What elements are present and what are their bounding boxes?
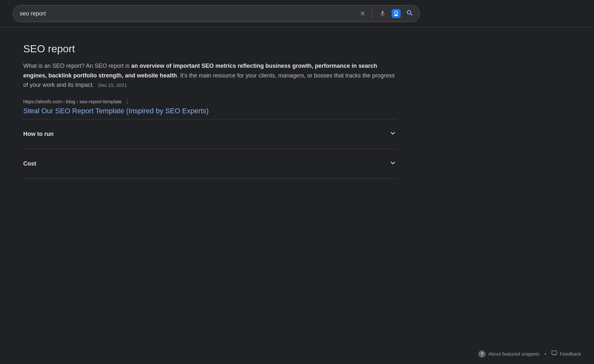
- feedback-button[interactable]: Feedback: [551, 350, 581, 358]
- lens-icon[interactable]: [392, 9, 401, 18]
- expandable-row-how-to-run[interactable]: How to run: [23, 123, 396, 145]
- snippet-body: What is an SEO report? An SEO report is …: [23, 61, 396, 90]
- search-input[interactable]: [20, 10, 360, 17]
- search-submit-icon[interactable]: [406, 9, 413, 18]
- svg-rect-1: [392, 9, 401, 18]
- snippet-date: Dec 15, 2021: [98, 82, 127, 88]
- snippet-title: SEO report: [23, 43, 396, 55]
- snippet-link[interactable]: Steal Our SEO Report Template (Inspired …: [23, 107, 396, 115]
- more-options-icon[interactable]: ⋮: [124, 98, 130, 105]
- expandable-row-cost[interactable]: Cost: [23, 153, 396, 175]
- svg-rect-3: [394, 15, 398, 15]
- main-content: SEO report What is an SEO report? An SEO…: [0, 27, 420, 179]
- chevron-down-icon-cost: [389, 159, 396, 168]
- svg-rect-4: [395, 15, 397, 16]
- svg-point-0: [382, 12, 383, 13]
- svg-rect-5: [552, 351, 557, 354]
- about-featured-snippets-button[interactable]: ? About featured snippets: [478, 350, 539, 358]
- clear-icon[interactable]: ✕: [360, 10, 365, 17]
- mic-icon[interactable]: [379, 10, 386, 17]
- footer-dot-separator: •: [545, 351, 546, 357]
- feedback-icon: [551, 350, 557, 358]
- question-icon: ?: [478, 350, 486, 358]
- expandable-label-cost: Cost: [23, 160, 36, 167]
- source-url: https://ahrefs.com › blog › seo-report-t…: [23, 99, 122, 104]
- search-icon-group: ✕: [360, 9, 413, 18]
- footer-bar: ? About featured snippets • Feedback: [0, 344, 594, 364]
- source-url-row: https://ahrefs.com › blog › seo-report-t…: [23, 98, 396, 105]
- search-bar-container: ✕: [0, 0, 594, 22]
- expandable-label-how-to-run: How to run: [23, 131, 54, 137]
- vertical-divider: [372, 9, 372, 18]
- snippet-body-prefix: What is an SEO report? An SEO report is: [23, 63, 131, 69]
- section-divider-3: [23, 178, 396, 179]
- section-divider-1: [23, 119, 396, 119]
- about-featured-snippets-label: About featured snippets: [488, 351, 539, 357]
- section-divider-2: [23, 149, 396, 149]
- feedback-label: Feedback: [560, 351, 581, 357]
- search-bar[interactable]: ✕: [13, 5, 420, 22]
- chevron-down-icon-how-to-run: [389, 130, 396, 138]
